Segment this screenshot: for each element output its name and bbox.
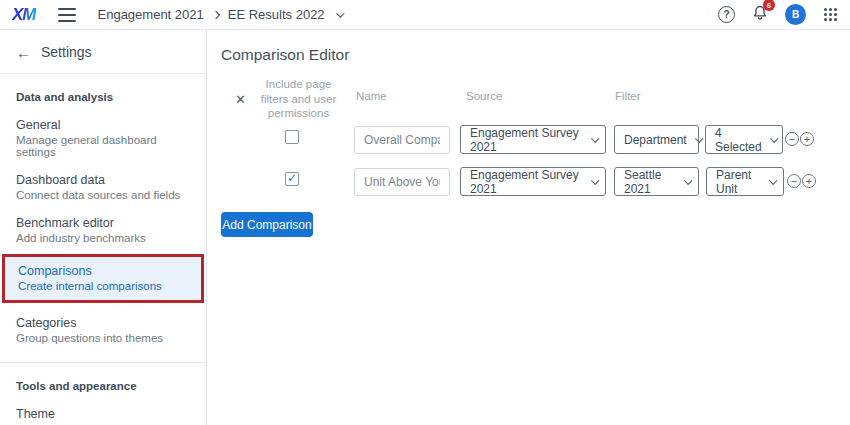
- help-icon[interactable]: ?: [718, 6, 735, 23]
- page-title: Comparison Editor: [221, 46, 349, 64]
- name-input-row2[interactable]: [354, 168, 450, 196]
- filter-value-select-row1[interactable]: 4 Selected: [705, 125, 783, 154]
- filter-field-select-row1[interactable]: Department: [614, 125, 699, 154]
- xm-logo[interactable]: XM: [12, 5, 36, 25]
- notifications-bell[interactable]: 6: [752, 4, 768, 25]
- settings-sidebar: ← Settings Data and analysis General Man…: [0, 30, 207, 425]
- chevron-down-icon: [684, 176, 692, 184]
- sidebar-item-dashboard-data[interactable]: Dashboard data Connect data sources and …: [0, 160, 206, 203]
- apps-grid-icon[interactable]: [823, 7, 838, 22]
- close-icon[interactable]: ✕: [235, 92, 246, 107]
- comparison-editor-panel: Comparison Editor ✕ Include page filters…: [207, 30, 850, 425]
- check-icon: ✓: [287, 172, 297, 184]
- include-checkbox-row1[interactable]: [285, 130, 299, 144]
- header-source: Source: [466, 90, 502, 102]
- header-include-filters: Include page filters and user permission…: [251, 77, 346, 121]
- settings-back[interactable]: ← Settings: [0, 30, 206, 74]
- remove-filter-button-row2[interactable]: −: [787, 174, 801, 188]
- source-select-row1[interactable]: Engagement Survey 2021: [460, 125, 606, 154]
- chevron-down-icon: [591, 134, 599, 142]
- remove-filter-button-row1[interactable]: −: [785, 132, 799, 146]
- chevron-down-icon: [695, 134, 703, 142]
- sidebar-item-categories[interactable]: Categories Group questions into themes: [0, 303, 206, 346]
- breadcrumb-parent[interactable]: Engagement 2021: [98, 7, 204, 22]
- name-input-row1[interactable]: [354, 126, 450, 154]
- sidebar-item-benchmark-editor[interactable]: Benchmark editor Add industry benchmarks: [0, 203, 206, 246]
- section-data-and-analysis: Data and analysis: [0, 74, 206, 105]
- add-filter-button-row1[interactable]: +: [800, 132, 814, 146]
- top-bar: XM Engagement 2021 EE Results 2022 ? 6 B: [0, 0, 850, 30]
- include-checkbox-row2[interactable]: ✓: [285, 172, 299, 186]
- breadcrumb-current[interactable]: EE Results 2022: [228, 7, 325, 22]
- settings-label: Settings: [41, 44, 92, 60]
- chevron-right-icon: [212, 10, 220, 18]
- hamburger-menu-icon[interactable]: [58, 8, 76, 22]
- add-comparison-button[interactable]: Add Comparison: [221, 212, 313, 237]
- breadcrumb: Engagement 2021 EE Results 2022: [98, 7, 342, 22]
- avatar[interactable]: B: [785, 4, 806, 25]
- add-filter-button-row2[interactable]: +: [802, 174, 816, 188]
- source-select-row2[interactable]: Engagement Survey 2021: [460, 167, 606, 196]
- back-arrow-icon: ←: [16, 45, 31, 60]
- sidebar-item-theme[interactable]: Theme: [0, 394, 206, 425]
- sidebar-item-general[interactable]: General Manage general dashboard setting…: [0, 105, 206, 160]
- chevron-down-icon[interactable]: [336, 9, 344, 17]
- notification-badge: 6: [763, 0, 775, 11]
- chevron-down-icon: [770, 134, 778, 142]
- header-name: Name: [356, 90, 387, 102]
- filter-value-select-row2[interactable]: Parent Unit: [706, 167, 784, 196]
- filter-field-select-row2[interactable]: Seattle 2021: [614, 167, 699, 196]
- section-tools-and-appearance: Tools and appearance: [0, 363, 206, 394]
- chevron-down-icon: [769, 176, 777, 184]
- header-filter: Filter: [615, 90, 641, 102]
- sidebar-item-comparisons[interactable]: Comparisons Create internal comparisons: [2, 254, 204, 303]
- chevron-down-icon: [591, 176, 599, 184]
